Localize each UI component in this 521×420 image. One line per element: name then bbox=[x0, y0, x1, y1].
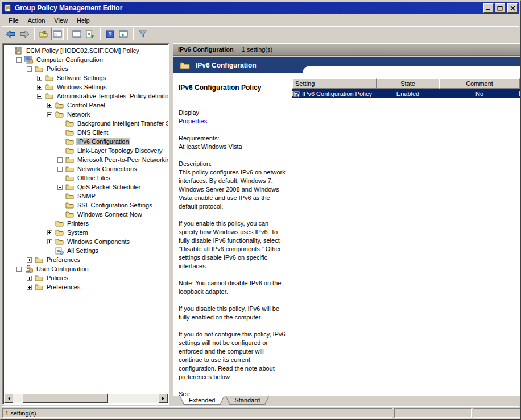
menu-bar: FileActionViewHelp bbox=[2, 14, 519, 27]
tree-item-preferences[interactable]: Preferences bbox=[4, 282, 168, 292]
column-header-comment[interactable]: Comment bbox=[439, 78, 520, 89]
tree-item-all-settings[interactable]: All Settings bbox=[4, 246, 168, 255]
collapse-toggle[interactable] bbox=[16, 57, 22, 63]
settings-list: SettingStateComment IPv6 Configuration P… bbox=[292, 78, 520, 396]
settings-list-rows: IPv6 Configuration PolicyEnabledNo bbox=[292, 89, 520, 98]
tab-standard[interactable]: Standard bbox=[225, 396, 269, 405]
folder-icon bbox=[65, 174, 74, 182]
show-window-button[interactable] bbox=[117, 28, 130, 40]
menu-file[interactable]: File bbox=[4, 15, 23, 26]
tree-item-ssl-configuration-settings[interactable]: SSL Configuration Settings bbox=[4, 201, 168, 210]
expand-toggle[interactable] bbox=[47, 103, 52, 108]
tree-item-label: System bbox=[66, 228, 89, 236]
expand-toggle[interactable] bbox=[47, 230, 52, 235]
scrollbar-track[interactable] bbox=[13, 394, 159, 403]
extended-view-content: IPv6 Configuration Policy Display Proper… bbox=[173, 73, 520, 396]
up-one-level-button[interactable] bbox=[38, 28, 50, 40]
expand-toggle[interactable] bbox=[27, 257, 32, 263]
collapse-toggle[interactable] bbox=[37, 94, 42, 99]
scrollbar-thumb[interactable] bbox=[23, 394, 108, 403]
forward-arrow-button[interactable] bbox=[18, 28, 31, 40]
tree-item-label: User Configuration bbox=[35, 265, 90, 273]
tree-item-system[interactable]: System bbox=[4, 228, 168, 237]
tree-item-background-intelligent-transfer-serv[interactable]: Background Intelligent Transfer Serv bbox=[4, 119, 168, 128]
tree-item-offline-files[interactable]: Offline Files bbox=[4, 173, 168, 182]
collapse-toggle[interactable] bbox=[27, 66, 32, 72]
export-list-button[interactable] bbox=[84, 28, 97, 40]
minimize-button[interactable] bbox=[483, 3, 494, 13]
tree-item-administrative-templates-policy-definitions[interactable]: Administrative Templates: Policy definit… bbox=[4, 92, 168, 101]
menu-view[interactable]: View bbox=[49, 15, 72, 26]
menu-action[interactable]: Action bbox=[23, 15, 50, 26]
properties-link[interactable]: Properties bbox=[179, 118, 207, 124]
tree-item-label: IPv6 Configuration bbox=[76, 138, 130, 145]
expand-toggle[interactable] bbox=[57, 157, 63, 163]
tree-item-policies[interactable]: Policies bbox=[4, 64, 168, 73]
title-bar[interactable]: Group Policy Management Editor bbox=[2, 2, 519, 14]
tree-item-microsoft-peer-to-peer-networking-s[interactable]: Microsoft Peer-to-Peer Networking S bbox=[4, 155, 168, 164]
help-button[interactable]: ? bbox=[104, 28, 116, 40]
close-button[interactable] bbox=[507, 3, 518, 13]
tree-item-software-settings[interactable]: Software Settings bbox=[4, 73, 168, 82]
back-arrow-icon bbox=[6, 30, 16, 38]
expand-toggle[interactable] bbox=[37, 76, 42, 81]
tree-item-network-connections[interactable]: Network Connections bbox=[4, 164, 168, 173]
tree-item-control-panel[interactable]: Control Panel bbox=[4, 101, 168, 110]
tree-item-windows-components[interactable]: Windows Components bbox=[4, 237, 168, 246]
tree-item-link-layer-topology-discovery[interactable]: Link-Layer Topology Discovery bbox=[4, 146, 168, 155]
tree-item-printers[interactable]: Printers bbox=[4, 219, 168, 228]
tree-item-policies[interactable]: Policies bbox=[4, 273, 168, 282]
folder-icon bbox=[34, 256, 43, 264]
tree-item-user-configuration[interactable]: User Configuration bbox=[4, 264, 168, 273]
column-header-setting[interactable]: Setting bbox=[292, 78, 377, 89]
policy-description-panel: IPv6 Configuration Policy Display Proper… bbox=[173, 73, 292, 396]
view-tab-strip: ExtendedStandard bbox=[173, 396, 520, 405]
tree-item-label: Network Connections bbox=[76, 165, 138, 173]
menu-help[interactable]: Help bbox=[72, 15, 94, 26]
folder-icon bbox=[65, 147, 74, 155]
tree-item-ipv6-configuration[interactable]: IPv6 Configuration bbox=[4, 137, 168, 146]
status-panel-2 bbox=[394, 408, 472, 418]
tree-item-label: Microsoft Peer-to-Peer Networking S bbox=[76, 156, 168, 164]
folder-icon bbox=[44, 83, 53, 91]
tree-item-windows-settings[interactable]: Windows Settings bbox=[4, 82, 168, 92]
tree-item-label: Preferences bbox=[46, 256, 81, 264]
expand-toggle[interactable] bbox=[47, 239, 52, 244]
maximize-button[interactable] bbox=[495, 3, 505, 13]
back-arrow-button[interactable] bbox=[5, 28, 17, 40]
expand-toggle[interactable] bbox=[37, 85, 42, 90]
scroll-left-button[interactable] bbox=[4, 394, 13, 403]
tree-item-computer-configuration[interactable]: Computer Configuration bbox=[4, 55, 168, 64]
filter-button[interactable] bbox=[137, 28, 149, 40]
expand-toggle[interactable] bbox=[27, 276, 32, 281]
results-title: IPv6 Configuration bbox=[178, 46, 234, 53]
collapse-toggle[interactable] bbox=[16, 267, 22, 272]
properties-button[interactable] bbox=[71, 28, 83, 40]
tree-item-label: Offline Files bbox=[76, 174, 111, 182]
folder-icon bbox=[55, 238, 64, 246]
scroll-right-button[interactable] bbox=[159, 394, 168, 403]
tree-item-label: SSL Configuration Settings bbox=[76, 201, 154, 209]
tree-item-qos-packet-scheduler[interactable]: QoS Packet Scheduler bbox=[4, 182, 168, 192]
tree-item-ecm-policy-hodc02-scif-com-policy[interactable]: ECM Policy [HODC02.SCIF.COM] Policy bbox=[4, 46, 168, 55]
show-console-tree-icon bbox=[53, 30, 62, 38]
show-console-tree-button[interactable] bbox=[51, 28, 64, 40]
tree-item-dns-client[interactable]: DNS Client bbox=[4, 128, 168, 137]
tree-item-windows-connect-now[interactable]: Windows Connect Now bbox=[4, 210, 168, 219]
tree-horizontal-scrollbar[interactable] bbox=[4, 394, 168, 403]
tree-item-preferences[interactable]: Preferences bbox=[4, 255, 168, 264]
column-header-state[interactable]: State bbox=[377, 78, 439, 89]
tree-item-network[interactable]: Network bbox=[4, 110, 168, 119]
tree-item-label: Administrative Templates: Policy definit… bbox=[56, 92, 168, 100]
toolbar: ? bbox=[2, 27, 519, 41]
description-paragraphs: Description: This policy configures IPv6… bbox=[179, 160, 288, 396]
status-bar: 1 setting(s) bbox=[2, 406, 519, 418]
expand-toggle[interactable] bbox=[27, 285, 32, 290]
tab-extended[interactable]: Extended bbox=[180, 396, 224, 405]
tree-item-label: Computer Configuration bbox=[35, 56, 104, 64]
expand-toggle[interactable] bbox=[57, 167, 63, 172]
collapse-toggle[interactable] bbox=[47, 112, 52, 117]
tree-item-snmp[interactable]: SNMP bbox=[4, 192, 168, 201]
setting-row[interactable]: IPv6 Configuration PolicyEnabledNo bbox=[292, 89, 520, 98]
expand-toggle[interactable] bbox=[57, 185, 63, 190]
